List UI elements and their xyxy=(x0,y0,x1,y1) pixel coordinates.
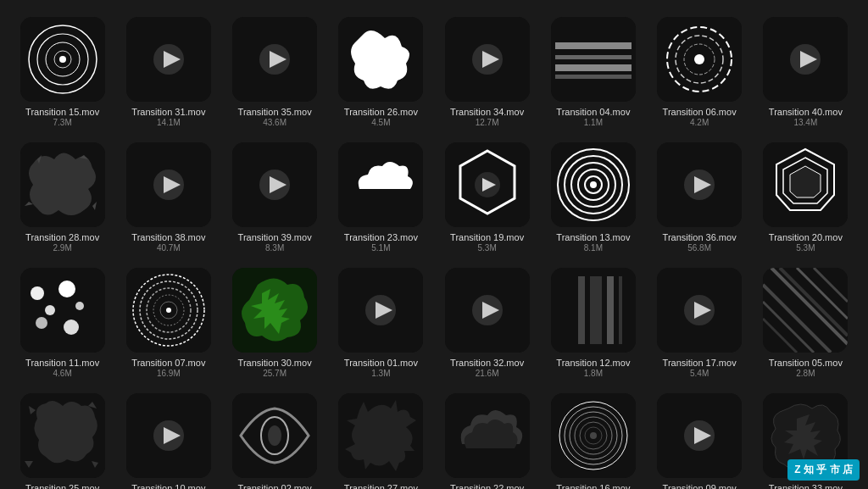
list-item[interactable]: Transition 28.mov2.9M xyxy=(14,142,111,253)
thumbnail xyxy=(445,268,530,353)
list-item[interactable]: Transition 32.mov21.6M xyxy=(438,268,536,378)
list-item[interactable]: Transition 02.mov2.3M xyxy=(226,393,324,489)
list-item[interactable]: Transition 23.mov5.1M xyxy=(332,142,430,253)
svg-point-5 xyxy=(59,56,66,63)
thumbnail xyxy=(20,142,105,227)
thumbnail xyxy=(126,17,211,102)
list-item[interactable]: Transition 15.mov7.3M xyxy=(14,17,111,127)
thumbnail xyxy=(445,142,530,227)
list-item[interactable]: Transition 34.mov12.7M xyxy=(438,17,536,127)
item-name: Transition 11.mov xyxy=(25,358,99,368)
svg-point-94 xyxy=(268,425,281,446)
list-item[interactable]: Transition 04.mov1.1M xyxy=(544,17,642,127)
item-name: Transition 19.mov xyxy=(450,232,524,242)
list-item[interactable]: Transition 35.mov43.6M xyxy=(226,17,324,127)
thumbnail xyxy=(551,268,636,353)
thumbnail xyxy=(232,393,317,478)
item-size: 21.6M xyxy=(476,369,499,378)
list-item[interactable]: Transition 12.mov1.8M xyxy=(544,268,642,378)
item-name: Transition 39.mov xyxy=(238,232,312,242)
svg-point-64 xyxy=(166,308,171,313)
list-item[interactable]: Transition 07.mov16.9M xyxy=(120,268,217,378)
svg-rect-80 xyxy=(763,268,848,353)
thumbnail xyxy=(657,393,742,478)
list-item[interactable]: Transition 20.mov5.3M xyxy=(757,142,854,253)
list-item[interactable]: Transition 27.mov3.5M xyxy=(332,393,430,489)
thumbnail xyxy=(232,142,317,227)
item-name: Transition 12.mov xyxy=(556,358,630,368)
list-item[interactable]: Transition 10.mov3.5M xyxy=(120,393,217,489)
thumbnail xyxy=(551,142,636,227)
thumbnail xyxy=(657,268,742,353)
item-size: 1.3M xyxy=(371,369,390,378)
svg-point-104 xyxy=(590,432,597,439)
item-size: 4.2M xyxy=(690,118,709,127)
thumbnail xyxy=(232,17,317,102)
list-item[interactable]: Transition 16.mov6.7M xyxy=(544,393,642,489)
svg-rect-18 xyxy=(555,55,632,59)
svg-rect-19 xyxy=(555,64,632,71)
list-item[interactable]: Transition 19.mov5.3M xyxy=(438,142,536,253)
list-item[interactable]: Transition 30.mov25.7M xyxy=(226,268,324,378)
list-item[interactable]: Transition 06.mov4.2M xyxy=(651,17,748,127)
list-item[interactable]: Transition 25.mov3.9M xyxy=(14,393,111,489)
item-size: 1.8M xyxy=(584,369,603,378)
item-name: Transition 13.mov xyxy=(556,232,630,242)
item-name: Transition 17.mov xyxy=(663,358,737,368)
svg-rect-76 xyxy=(619,276,622,344)
item-name: Transition 35.mov xyxy=(238,107,312,117)
item-name: Transition 40.mov xyxy=(769,107,843,117)
list-item[interactable]: Transition 26.mov4.5M xyxy=(332,17,430,127)
svg-rect-20 xyxy=(555,75,632,79)
thumbnail xyxy=(763,268,848,353)
list-item[interactable]: Transition 22.mov5.5M xyxy=(438,393,536,489)
list-item[interactable]: Transition 38.mov40.7M xyxy=(120,142,217,253)
item-size: 56.8M xyxy=(687,243,711,253)
item-size: 43.6M xyxy=(263,118,287,127)
list-item[interactable]: Transition 40.mov13.4M xyxy=(757,17,854,127)
list-item[interactable]: Transition 05.mov2.8M xyxy=(757,268,854,378)
item-name: Transition 36.mov xyxy=(663,232,737,242)
item-name: Transition 23.mov xyxy=(344,232,418,242)
list-item[interactable]: Transition 09.mov1.3M xyxy=(651,393,748,489)
svg-point-56 xyxy=(36,317,47,329)
svg-point-54 xyxy=(58,281,75,297)
thumbnail xyxy=(763,17,848,102)
list-item[interactable]: Transition 31.mov14.1M xyxy=(120,17,217,127)
item-name: Transition 20.mov xyxy=(769,232,843,242)
thumbnail xyxy=(126,393,211,478)
item-size: 12.7M xyxy=(476,118,499,127)
thumbnail xyxy=(20,393,105,478)
item-size: 16.9M xyxy=(157,369,181,378)
item-name: Transition 31.mov xyxy=(131,107,205,117)
item-name: Transition 10.mov xyxy=(131,483,205,489)
item-size: 2.9M xyxy=(53,243,72,253)
list-item[interactable]: Transition 39.mov8.3M xyxy=(226,142,324,253)
thumbnail xyxy=(232,268,317,353)
item-name: Transition 32.mov xyxy=(450,358,524,368)
svg-point-55 xyxy=(75,302,84,310)
list-item[interactable]: Transition 01.mov1.3M xyxy=(332,268,430,378)
item-size: 8.1M xyxy=(584,243,603,253)
svg-point-25 xyxy=(694,54,704,64)
item-size: 13.4M xyxy=(793,118,817,127)
list-item[interactable]: Transition 13.mov8.1M xyxy=(544,142,642,253)
list-item[interactable]: Transition 36.mov56.8M xyxy=(651,142,748,253)
list-item[interactable]: Transition 11.mov4.6M xyxy=(14,268,111,378)
thumbnail xyxy=(551,393,636,478)
item-name: Transition 04.mov xyxy=(556,107,630,117)
svg-point-53 xyxy=(45,305,55,315)
thumbnail xyxy=(763,142,848,227)
list-item[interactable]: Transition 17.mov5.4M xyxy=(651,268,748,378)
item-size: 25.7M xyxy=(263,369,287,378)
item-size: 5.3M xyxy=(796,243,815,253)
thumbnail xyxy=(20,17,105,102)
item-name: Transition 02.mov xyxy=(238,483,312,489)
file-grid: Transition 15.mov7.3M Transition 31.mov1… xyxy=(0,0,868,489)
item-name: Transition 27.mov xyxy=(344,483,418,489)
item-name: Transition 38.mov xyxy=(131,232,205,242)
item-size: 4.5M xyxy=(371,118,390,127)
item-size: 7.3M xyxy=(53,118,72,127)
svg-point-57 xyxy=(64,320,79,335)
svg-rect-74 xyxy=(590,276,602,344)
